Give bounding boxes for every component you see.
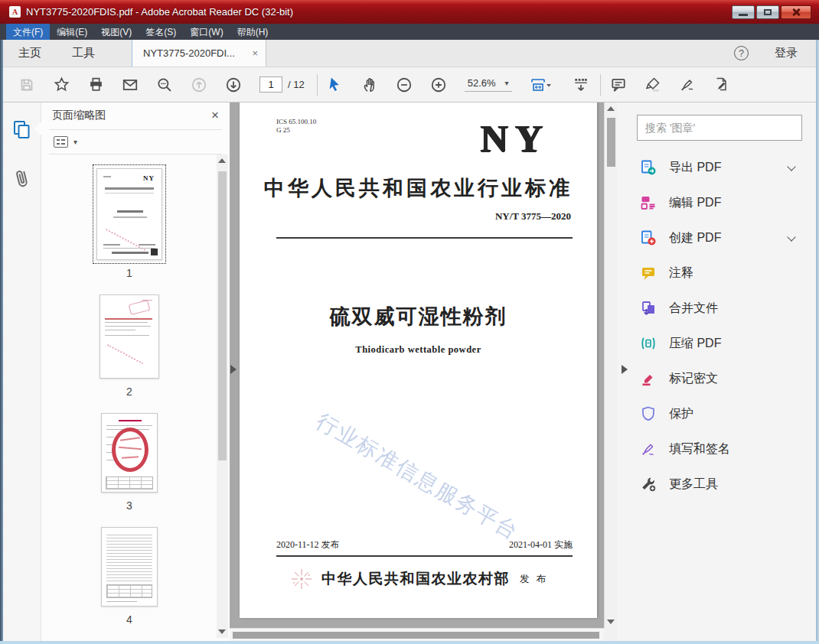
thumbnail-page-4[interactable]: 4 — [101, 527, 158, 626]
create-pdf-icon — [640, 229, 657, 246]
collapse-left-panel-arrow[interactable] — [230, 365, 237, 374]
menu-window[interactable]: 窗口(W) — [183, 24, 230, 40]
document-title-cn: 硫双威可湿性粉剂 — [240, 303, 597, 330]
star-icon — [54, 76, 70, 93]
thumbnail-page-3[interactable]: 3 — [101, 413, 158, 512]
star-button[interactable] — [53, 76, 70, 93]
ny-logo: NY — [481, 116, 550, 161]
standard-category: 中华人民共和国农业行业标准 — [240, 174, 597, 202]
scrollbar-thumb[interactable] — [233, 632, 599, 639]
email-button[interactable] — [122, 76, 139, 93]
thumbnail-page-number: 3 — [126, 499, 132, 512]
menu-sign[interactable]: 签名(S) — [139, 24, 183, 40]
toolbar-separator — [317, 74, 318, 96]
previous-page-button[interactable] — [191, 76, 207, 93]
tool-fill-sign[interactable]: 填写和签名 — [617, 431, 816, 467]
zoom-in-button[interactable] — [430, 76, 447, 93]
tab-document-label: NYT3775-2020FDI... — [143, 47, 247, 59]
thumbnail-preview: NY — [96, 168, 162, 260]
panel-close-icon[interactable]: × — [211, 108, 219, 123]
tools-panel: 导出 PDF 编辑 PDF 创建 PDF 注释 — [617, 102, 816, 641]
scroll-down-icon[interactable] — [218, 629, 226, 634]
close-button[interactable] — [781, 5, 811, 19]
tool-more-tools[interactable]: 更多工具 — [617, 467, 816, 502]
fill-sign-toolbar-button[interactable] — [679, 76, 696, 93]
tools-search-input[interactable] — [638, 115, 801, 140]
tab-close-icon[interactable]: × — [252, 47, 258, 59]
tab-document[interactable]: NYT3775-2020FDI... × — [132, 40, 266, 67]
horizontal-rule — [276, 237, 573, 239]
highlight-button[interactable] — [644, 76, 661, 93]
implement-date: 2021-04-01 实施 — [509, 538, 573, 551]
thumbnail-page-1[interactable]: NY 1 — [96, 168, 162, 279]
tab-tools[interactable]: 工具 — [57, 40, 110, 67]
thumbnail-scrollbar[interactable] — [217, 154, 228, 638]
scrollbar-thumb[interactable] — [607, 118, 615, 167]
chevron-down-icon[interactable] — [787, 233, 795, 241]
menu-edit[interactable]: 编辑(E) — [50, 24, 94, 40]
issuer-row: 中华人民共和国农业农村部 发 布 — [240, 566, 597, 592]
help-icon[interactable]: ? — [734, 46, 749, 60]
menu-help[interactable]: 帮助(H) — [230, 24, 276, 40]
stamp-button[interactable] — [713, 76, 730, 93]
tool-protect[interactable]: 保护 — [617, 396, 816, 431]
tool-combine-files[interactable]: 合并文件 — [617, 291, 816, 326]
fountain-pen-icon — [679, 76, 696, 93]
comment-icon — [610, 76, 627, 93]
print-button[interactable] — [87, 76, 104, 93]
toolbar-separator — [600, 74, 601, 96]
attachments-pane-button[interactable] — [13, 168, 31, 192]
release-date: 2020-11-12 发布 — [276, 538, 340, 551]
next-page-button[interactable] — [225, 76, 242, 93]
login-button[interactable]: 登录 — [775, 46, 798, 60]
thumbnail-page-2[interactable]: 2 — [100, 294, 159, 398]
tool-comment[interactable]: 注释 — [617, 255, 816, 291]
standard-number: NY/T 3775—2020 — [495, 210, 571, 223]
zoom-out-button[interactable] — [396, 76, 413, 93]
minimize-button[interactable] — [732, 5, 755, 19]
pdf-page[interactable]: ICS 65.100.10 G 25 NY 中华人民共和国农业行业标准 NY/T… — [240, 102, 597, 618]
paperclip-icon — [10, 166, 33, 191]
chevron-down-icon[interactable] — [787, 162, 795, 171]
save-button[interactable] — [18, 76, 35, 93]
thumbnail-page-number: 1 — [126, 267, 132, 279]
thumbnail-options-button[interactable]: ▾ — [41, 130, 230, 154]
protect-shield-icon — [640, 405, 657, 422]
scrollbar-thumb[interactable] — [218, 171, 227, 460]
scroll-down-icon[interactable] — [607, 620, 615, 624]
scroll-up-icon[interactable] — [607, 106, 615, 111]
thumbnail-list: NY 1 — [41, 154, 230, 641]
maximize-button[interactable] — [756, 5, 779, 19]
acrobat-window: A NYT3775-2020FDIS.pdf - Adobe Acrobat R… — [0, 0, 819, 644]
scroll-up-icon[interactable] — [218, 158, 226, 163]
tools-search-box — [637, 115, 802, 141]
page-number-input[interactable] — [259, 76, 282, 93]
menu-file[interactable]: 文件(F) — [6, 24, 50, 40]
page-fit-dropdown[interactable] — [529, 76, 555, 93]
zoom-level-dropdown[interactable]: 52.6% ▾ — [465, 77, 512, 92]
fill-sign-icon — [640, 441, 657, 457]
tool-create-pdf[interactable]: 创建 PDF — [617, 220, 816, 255]
maximize-icon — [764, 9, 772, 15]
document-vertical-scrollbar[interactable] — [604, 102, 617, 628]
thumbnail-preview — [101, 413, 158, 493]
reading-mode-button[interactable] — [573, 76, 589, 93]
hand-tool-button[interactable] — [361, 76, 378, 93]
search-button[interactable] — [156, 76, 173, 93]
tool-export-pdf[interactable]: 导出 PDF — [617, 150, 816, 185]
window-border — [816, 40, 819, 644]
menu-view[interactable]: 视图(V) — [94, 24, 139, 40]
thumbnail-page-number: 4 — [126, 613, 132, 626]
tab-home[interactable]: 主页 — [3, 40, 57, 67]
page-thumbnails-pane-button[interactable] — [11, 119, 32, 143]
redact-icon — [640, 370, 657, 387]
select-tool-button[interactable] — [327, 76, 344, 93]
window-border — [0, 641, 819, 644]
tool-edit-pdf[interactable]: 编辑 PDF — [617, 185, 816, 220]
document-horizontal-scrollbar[interactable] — [230, 628, 604, 641]
document-title-en: Thiodicarb wettable powder — [240, 344, 597, 356]
comment-button[interactable] — [610, 76, 627, 93]
panel-title: 页面缩略图 — [52, 109, 211, 122]
tool-redact[interactable]: 标记密文 — [617, 361, 816, 396]
tool-compress-pdf[interactable]: 压缩 PDF — [617, 326, 816, 361]
